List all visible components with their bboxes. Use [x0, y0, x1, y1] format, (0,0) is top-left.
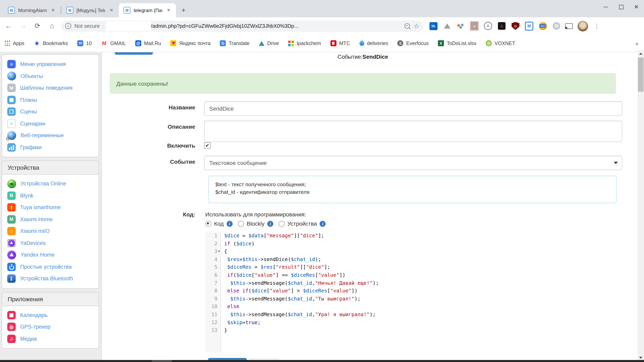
sidebar-item-devices-online[interactable]: Устройства Online — [2, 178, 98, 190]
forward-button[interactable]: → — [17, 20, 29, 32]
extension-stars-ext[interactable]: ★★★ — [456, 22, 465, 30]
sidebar-item-xiaomi-home[interactable]: MXiaomi Home — [2, 213, 98, 225]
mode-radio-Устройства[interactable] — [278, 221, 284, 227]
bookmark-yandex-mail[interactable]: Яндекс почта — [170, 40, 210, 46]
sidebar-item-tuya[interactable]: tTuya smarthome — [2, 202, 98, 213]
extension-drive-ext[interactable] — [443, 22, 451, 30]
mode-radio-Код[interactable] — [205, 221, 211, 227]
profile-avatar[interactable] — [578, 21, 588, 31]
extension-txt-ext[interactable]: TXT — [538, 22, 547, 30]
tab-close-icon[interactable]: ✕ — [50, 7, 56, 13]
code-token: if — [242, 288, 248, 294]
code-editor[interactable]: 1$dice = $data["message"]["dice"];2if ($… — [205, 232, 622, 353]
h-scroll-thumb[interactable] — [152, 360, 172, 362]
scrollbar-thumb[interactable] — [638, 57, 644, 92]
extension-linkedin[interactable]: in — [429, 22, 438, 30]
sidebar-item-xiaomi-miio[interactable]: ⌂Xiaomi miIO — [2, 225, 98, 237]
extension-acrobat[interactable]: ∞ — [470, 22, 478, 30]
bookmark-deliveries[interactable]: deliveries — [359, 40, 388, 46]
bookmark-voxnet[interactable]: VOXNET — [486, 40, 515, 46]
scroll-down-icon[interactable] — [639, 357, 642, 359]
bookmark-translate[interactable]: GTranslate — [220, 40, 249, 46]
bookmarks-overflow-chevron[interactable]: » — [635, 34, 638, 52]
code-token: "Ничья! Давай еще!" — [315, 280, 373, 286]
back-button[interactable]: ← — [2, 20, 14, 32]
mode-label: Устройства — [288, 220, 317, 227]
sidebar-item-calendar[interactable]: ▦Календарь — [2, 309, 98, 321]
page-info-icon[interactable]: i — [65, 23, 71, 29]
sidebar-item-bluetooth-devices[interactable]: ᛒУстройства Bluetooth — [2, 273, 98, 285]
new-tab-button[interactable]: + — [178, 5, 189, 15]
code-token: "dice" — [306, 264, 324, 270]
sidebar-card-0: ≡Меню управленияОбъектыMШаблоны поведени… — [2, 54, 99, 157]
sidebar-item-media[interactable]: ♫Медиа — [2, 333, 98, 345]
sidebar-item-yadevices[interactable]: YaDevices — [2, 237, 98, 249]
scroll-up-icon[interactable] — [639, 53, 642, 55]
code-line: 7 $this->sendMessage($chat_id,"Ничья! Да… — [205, 279, 622, 287]
menu-dots-icon[interactable]: ⋮ — [594, 22, 600, 29]
close-button[interactable]: ✕ — [629, 0, 644, 14]
cast-icon[interactable] — [565, 23, 573, 29]
sidebar-item-blynk[interactable]: BBlynk — [2, 190, 98, 202]
info-icon[interactable]: i — [226, 221, 233, 227]
bookmark-apps[interactable]: Apps — [5, 40, 24, 46]
line-number: 12 — [205, 318, 217, 326]
extension-majordomo-ext[interactable]: M — [525, 22, 533, 30]
bookmark-todolist[interactable]: XToDoList.xlsx — [438, 40, 476, 46]
mode-radio-Blockly[interactable] — [238, 221, 244, 227]
sidebar-item-behavior-templates[interactable]: MШаблоны поведения — [2, 82, 98, 94]
reload-button[interactable]: ⟳ — [32, 20, 44, 32]
page-scrollbar[interactable] — [638, 50, 644, 362]
extension-ublock[interactable]: ʊ — [511, 22, 520, 30]
code-token: ( — [230, 240, 236, 246]
browser-tab[interactable]: Mtelegram (Панель управления)✕ — [119, 3, 176, 17]
address-bar[interactable]: i Not secure /admin.php?pd=cGFuZWw6e2Fjd… — [61, 20, 424, 31]
enable-checkbox[interactable]: ✔ — [204, 142, 210, 149]
sidebar-item-objects[interactable]: Объекты — [2, 70, 98, 82]
fold-marker-icon[interactable]: ▼ — [217, 247, 220, 255]
code-text: if($dice["value"] == $diceRes["value"]) — [220, 271, 345, 279]
description-input[interactable] — [204, 121, 622, 142]
bookmark-ipackchem[interactable]: Ipackchem — [288, 40, 321, 46]
info-icon[interactable]: i — [320, 221, 326, 227]
sidebar-item-control-menu[interactable]: ≡Меню управления — [2, 58, 98, 70]
music-note-icon: ♫ — [7, 335, 16, 343]
home-button[interactable]: ⌂ — [46, 20, 58, 32]
extension-circle-a[interactable]: A — [484, 22, 492, 30]
code-token: ]) — [339, 272, 345, 278]
tab-close-icon[interactable]: ✕ — [108, 7, 115, 13]
sidebar-item-plans[interactable]: ▦Планы — [2, 94, 98, 106]
bookmark-everfocus[interactable]: SEverfocus — [398, 40, 429, 46]
sidebar-item-simple-devices[interactable]: Простые устройства — [2, 261, 98, 273]
bookmark-gmail[interactable]: MGMAIL — [101, 40, 126, 46]
code-token: ->sendDice( — [258, 256, 291, 262]
minimize-button[interactable] — [598, 0, 614, 14]
bookmark-star-icon[interactable]: ☆ — [414, 22, 420, 30]
code-token: } — [224, 327, 227, 333]
event-select[interactable]: Текстовое сообщение — [204, 156, 622, 170]
browser-tab[interactable]: MMorningAlarm_copy✕ — [3, 3, 60, 17]
bookmark-calendar-10[interactable]: 1010 — [77, 40, 92, 46]
extension-h-ext[interactable]: h — [498, 22, 506, 30]
sidebar-item-web-variables[interactable]: Веб-переменные — [2, 129, 98, 141]
bookmark-mailru[interactable]: @Mail.Ru — [135, 40, 161, 46]
extension-disabled-ext[interactable] — [552, 22, 561, 30]
circle-a-icon: A — [484, 22, 492, 30]
sidebar-item-gps-tracker[interactable]: ◎GPS-трекер — [2, 321, 98, 333]
sidebar-item-yandex-home[interactable]: Yandex Home — [2, 249, 98, 261]
tab-close-icon[interactable]: ✕ — [166, 7, 172, 13]
mts-icon — [330, 40, 336, 46]
bookmark-bookmarks[interactable]: ★Bookmarks — [34, 40, 68, 46]
sidebar-item-charts[interactable]: Графики — [2, 141, 98, 153]
restore-button[interactable] — [614, 0, 629, 14]
info-icon[interactable]: i — [267, 221, 273, 227]
success-alert: Данные сохранены! — [110, 73, 616, 94]
name-input[interactable] — [204, 101, 622, 116]
zoom-out-icon[interactable] — [404, 23, 410, 28]
sidebar-item-scenes[interactable]: ❐Сцены — [2, 106, 98, 118]
bookmark-mtc[interactable]: MTC — [330, 40, 350, 46]
majordomo-favicon: M — [8, 7, 15, 14]
bookmark-drive[interactable]: Drive — [259, 40, 279, 46]
sidebar-item-scenarios[interactable]: ⌗Сценарии — [2, 118, 98, 129]
browser-tab[interactable]: M[Модуль] Telegram (telegram) - (✕ — [62, 3, 119, 17]
